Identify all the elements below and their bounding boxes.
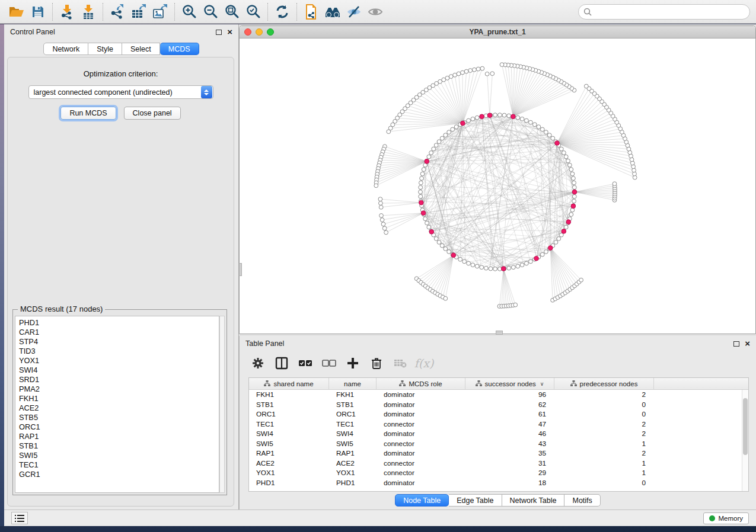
network-window-title: YPA_prune.txt_1: [240, 28, 755, 36]
open-file-icon[interactable]: [6, 2, 27, 22]
zoom-selected-icon[interactable]: [243, 2, 264, 22]
refresh-icon[interactable]: [272, 2, 293, 22]
cell-mcds-role: dominator: [377, 409, 465, 419]
table-row[interactable]: ORC1ORC1dominator610: [249, 409, 742, 419]
scrollbar-thumb[interactable]: [743, 398, 748, 455]
find-icon[interactable]: [322, 2, 343, 22]
table-row[interactable]: SWI5SWI5connector431: [249, 439, 742, 449]
float-window-icon[interactable]: [216, 30, 222, 35]
float-window-icon[interactable]: [733, 341, 739, 347]
show-column-icon[interactable]: [274, 355, 289, 371]
mcds-result-item[interactable]: PHD1: [19, 318, 219, 328]
delete-icon[interactable]: [369, 355, 384, 371]
column-header-mcds-role[interactable]: MCDS role: [377, 378, 465, 389]
table-row[interactable]: STB1STB1dominator620: [249, 400, 742, 410]
control-panel-tabs: NetworkStyleSelectMCDS: [4, 43, 238, 55]
network-window: YPA_prune.txt_1: [239, 25, 756, 334]
network-from-selection-icon[interactable]: [301, 2, 322, 22]
export-table-icon[interactable]: [128, 2, 149, 22]
table-row[interactable]: ACE2ACE2connector311: [249, 459, 742, 469]
search-icon: [583, 8, 592, 16]
mcds-result-item[interactable]: TEC1: [19, 460, 219, 470]
network-view-canvas[interactable]: [240, 39, 755, 334]
splitter-handle[interactable]: [496, 331, 503, 335]
mcds-result-item[interactable]: SWI4: [19, 366, 219, 375]
close-panel-icon[interactable]: ×: [745, 341, 750, 347]
memory-button[interactable]: Memory: [703, 512, 749, 524]
table-row[interactable]: SWI4SWI4dominator462: [249, 429, 742, 439]
tab-select[interactable]: Select: [122, 43, 160, 55]
column-header-shared-name[interactable]: shared name: [249, 378, 329, 389]
table-row[interactable]: PHD1PHD1dominator180: [249, 478, 742, 488]
deselect-all-icon[interactable]: [321, 355, 337, 371]
table-row[interactable]: RAP1RAP1dominator352: [249, 448, 742, 459]
mcds-result-item[interactable]: STB1: [19, 441, 219, 451]
mcds-result-item[interactable]: STB5: [19, 413, 219, 422]
show-all-icon[interactable]: [365, 2, 386, 22]
network-graph[interactable]: [240, 39, 755, 334]
column-header-predecessor-nodes[interactable]: predecessor nodes: [554, 378, 654, 389]
add-icon[interactable]: [345, 355, 361, 371]
table-row[interactable]: TEC1TEC1connector472: [249, 419, 742, 430]
column-header-name[interactable]: name: [329, 378, 377, 389]
control-panel-titlebar: Control Panel ×: [4, 24, 238, 40]
mcds-result-item[interactable]: STP4: [19, 337, 219, 347]
tab-network-table[interactable]: Network Table: [502, 494, 565, 507]
mcds-result-item[interactable]: FKH1: [19, 394, 219, 403]
mcds-result-item[interactable]: RAP1: [19, 432, 219, 441]
import-network-icon[interactable]: [56, 2, 78, 22]
task-history-button[interactable]: [11, 512, 28, 524]
mcds-result-item[interactable]: SRD1: [19, 375, 219, 384]
tab-style[interactable]: Style: [88, 43, 122, 55]
cell-predecessor-nodes: 0: [554, 409, 654, 419]
network-window-titlebar[interactable]: YPA_prune.txt_1: [240, 26, 755, 39]
close-panel-icon[interactable]: ×: [227, 29, 232, 35]
import-table-icon[interactable]: [78, 2, 99, 22]
mcds-result-item[interactable]: CAR1: [19, 328, 219, 337]
cell-successor-nodes: 46: [465, 429, 554, 439]
criterion-dropdown[interactable]: largest connected component (undirected): [28, 85, 213, 99]
column-label: predecessor nodes: [580, 380, 638, 387]
mcds-result-item[interactable]: ORC1: [19, 422, 219, 432]
tab-network[interactable]: Network: [43, 43, 88, 55]
table-row[interactable]: FKH1FKH1dominator962: [249, 390, 742, 400]
mcds-result-list[interactable]: PHD1CAR1STP4TID3YOX1SWI4SRD1PMA2FKH1ACE2…: [15, 316, 219, 493]
cell-mcds-role: dominator: [377, 390, 465, 400]
cell-mcds-role: dominator: [377, 448, 465, 459]
cell-name: STB1: [329, 400, 377, 410]
table-row[interactable]: YOX1YOX1connector291: [249, 468, 742, 478]
mcds-result-title: MCDS result (17 nodes): [18, 305, 105, 313]
save-session-icon[interactable]: [27, 2, 49, 22]
splitter-handle[interactable]: [239, 263, 242, 276]
search-box[interactable]: [578, 4, 750, 20]
run-mcds-button[interactable]: Run MCDS: [60, 107, 116, 120]
mcds-result-item[interactable]: GCR1: [19, 470, 219, 479]
table-scrollbar[interactable]: [742, 390, 748, 491]
search-input[interactable]: [595, 8, 745, 16]
mcds-result-item[interactable]: SWI5: [19, 451, 219, 460]
tab-mcds[interactable]: MCDS: [160, 43, 199, 55]
mcds-list-scrollbar[interactable]: [219, 316, 225, 493]
hide-selection-icon[interactable]: [343, 2, 365, 22]
zoom-in-icon[interactable]: [178, 2, 200, 22]
toolbar-separator: [296, 3, 297, 21]
tab-node-table[interactable]: Node Table: [395, 494, 449, 507]
export-image-icon[interactable]: [149, 2, 171, 22]
zoom-out-icon[interactable]: [200, 2, 221, 22]
select-all-icon[interactable]: [298, 355, 313, 371]
zoom-fit-icon[interactable]: [221, 2, 243, 22]
cell-mcds-role: connector: [377, 419, 465, 430]
mcds-result-item[interactable]: PMA2: [19, 384, 219, 394]
close-panel-button[interactable]: Close panel: [124, 107, 181, 120]
mcds-result-item[interactable]: ACE2: [19, 403, 219, 413]
node-table-body: FKH1FKH1dominator962STB1STB1dominator620…: [249, 390, 742, 491]
export-network-icon[interactable]: [107, 2, 128, 22]
tab-edge-table[interactable]: Edge Table: [449, 494, 502, 507]
column-header-successor-nodes[interactable]: successor nodes∨: [465, 378, 554, 389]
tab-motifs[interactable]: Motifs: [564, 494, 600, 507]
cell-successor-nodes: 18: [465, 478, 554, 488]
mcds-result-item[interactable]: YOX1: [19, 356, 219, 366]
mcds-result-item[interactable]: TID3: [19, 347, 219, 356]
cell-mcds-role: dominator: [377, 400, 465, 410]
attributes-gear-icon[interactable]: [250, 355, 266, 371]
